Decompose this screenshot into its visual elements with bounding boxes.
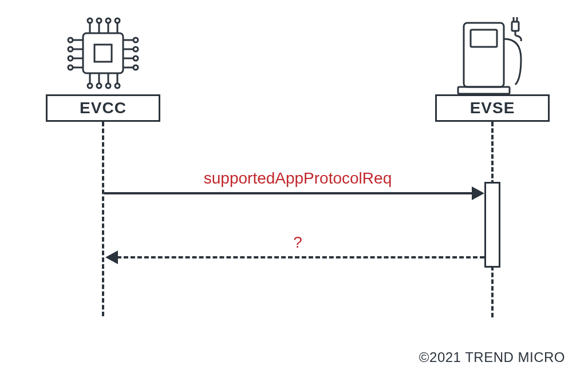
charging-station-icon	[448, 16, 545, 96]
svg-point-21	[68, 47, 73, 51]
response-arrow-shaft	[117, 256, 484, 258]
svg-point-29	[133, 47, 138, 51]
svg-point-3	[88, 18, 92, 23]
svg-rect-37	[512, 22, 519, 31]
svg-rect-1	[94, 45, 112, 62]
evcc-node-label: EVCC	[46, 94, 160, 122]
svg-point-27	[133, 38, 138, 42]
evse-lifeline-top	[491, 122, 494, 185]
request-arrow-shaft	[104, 192, 473, 194]
evse-lifeline-bottom	[491, 266, 494, 317]
svg-point-11	[88, 83, 92, 88]
evse-activation-bar	[484, 182, 500, 268]
svg-point-19	[68, 38, 73, 42]
svg-point-17	[115, 83, 120, 88]
svg-point-15	[106, 83, 111, 88]
svg-point-9	[115, 18, 120, 23]
evcc-label-text: EVCC	[80, 99, 127, 117]
request-message-label: supportedAppProtocolReq	[189, 169, 407, 188]
svg-point-25	[68, 65, 73, 70]
svg-point-31	[133, 56, 138, 61]
svg-point-33	[133, 65, 138, 70]
evcc-lifeline	[102, 122, 104, 316]
evse-label-text: EVSE	[470, 99, 515, 117]
svg-point-5	[97, 18, 101, 23]
svg-rect-36	[458, 87, 510, 94]
svg-point-23	[68, 56, 73, 61]
svg-rect-35	[471, 30, 497, 47]
evse-node-label: EVSE	[435, 94, 550, 122]
svg-rect-0	[83, 33, 123, 73]
sequence-diagram: EVCC EVSE supportedAppProtocolReq ? ©202…	[0, 0, 588, 378]
response-message-label: ?	[286, 233, 309, 252]
svg-point-13	[97, 83, 101, 88]
svg-point-7	[106, 18, 111, 23]
request-arrow-head	[472, 186, 484, 200]
copyright-text: ©2021 TREND MICRO	[419, 349, 565, 365]
response-arrow-head	[105, 250, 118, 264]
cpu-chip-icon	[54, 10, 152, 96]
